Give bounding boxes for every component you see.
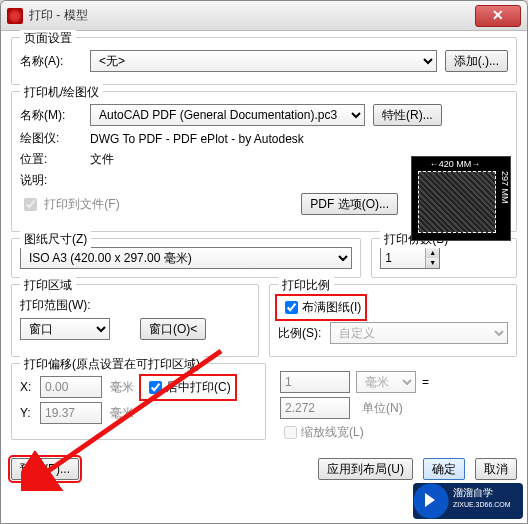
ok-button[interactable]: 确定	[423, 458, 465, 480]
print-to-file-checkbox: 打印到文件(F)	[20, 195, 120, 214]
center-plot-highlight: 居中打印(C)	[142, 377, 234, 398]
fit-to-paper-label: 布满图纸(I)	[302, 299, 361, 316]
preview-button[interactable]: 预览(P)...	[11, 458, 79, 480]
apply-to-layout-button[interactable]: 应用到布局(U)	[318, 458, 413, 480]
scale-unit-label: 单位(N)	[362, 400, 403, 417]
offset-y-input	[40, 402, 102, 424]
watermark: 溜溜自学 ZIXUE.3D66.COM	[413, 483, 523, 519]
paper-preview-height: 297 MM	[500, 171, 510, 204]
scale-lineweights-label: 缩放线宽(L)	[301, 424, 364, 441]
where-label: 位置:	[20, 151, 90, 168]
window-title: 打印 - 模型	[29, 7, 475, 24]
scale-ratio-label: 比例(S):	[278, 325, 330, 342]
pagesetup-add-button[interactable]: 添加(.)...	[445, 50, 508, 72]
printer-name-label: 名称(M):	[20, 107, 90, 124]
print-dialog: 打印 - 模型 ✕ 页面设置 名称(A): <无> 添加(.)... 打印机/绘…	[0, 0, 528, 524]
window-select-button[interactable]: 窗口(O)<	[140, 318, 206, 340]
paper-preview-rect	[418, 171, 496, 233]
printer-properties-button[interactable]: 特性(R)...	[373, 104, 442, 126]
scale-denominator-input	[280, 397, 350, 419]
copies-input[interactable]	[381, 248, 425, 268]
offset-y-label: Y:	[20, 406, 40, 420]
paper-size-select[interactable]: ISO A3 (420.00 x 297.00 毫米)	[20, 247, 352, 269]
paper-preview-width: ←420 MM→	[412, 159, 498, 169]
plot-offset-legend: 打印偏移(原点设置在可打印区域)	[20, 356, 204, 373]
offset-x-unit: 毫米	[110, 379, 134, 396]
plot-offset-group: 打印偏移(原点设置在可打印区域) X: 毫米 居中打印(C) Y: 毫米	[11, 363, 266, 440]
copies-group: 打印份数(B) ▲▼	[371, 238, 517, 278]
watermark-line2: ZIXUE.3D66.COM	[453, 499, 519, 511]
center-plot-checkbox[interactable]	[149, 381, 162, 394]
plotter-label: 绘图仪:	[20, 130, 90, 147]
offset-x-label: X:	[20, 380, 40, 394]
titlebar: 打印 - 模型 ✕	[1, 1, 527, 31]
play-icon	[425, 493, 435, 507]
printer-legend: 打印机/绘图仪	[20, 84, 103, 101]
printer-name-select[interactable]: AutoCAD PDF (General Documentation).pc3	[90, 104, 365, 126]
offset-y-unit: 毫米	[110, 405, 134, 422]
plot-scale-legend: 打印比例	[278, 277, 334, 294]
scale-ratio-select: 自定义	[330, 322, 508, 344]
close-button[interactable]: ✕	[475, 5, 521, 27]
pagesetup-name-select[interactable]: <无>	[90, 50, 437, 72]
plot-range-label: 打印范围(W):	[20, 297, 91, 314]
copies-spinner[interactable]: ▲▼	[380, 247, 440, 269]
cancel-button[interactable]: 取消	[475, 458, 517, 480]
pagesetup-name-label: 名称(A):	[20, 53, 90, 70]
plot-area-legend: 打印区域	[20, 277, 76, 294]
paper-size-group: 图纸尺寸(Z) ISO A3 (420.00 x 297.00 毫米)	[11, 238, 361, 278]
scale-numerator-input	[280, 371, 350, 393]
page-setup-legend: 页面设置	[20, 30, 76, 47]
scale-unit-select: 毫米	[356, 371, 416, 393]
scale-values: 毫米 = 单位(N) 缩放线宽(L)	[276, 363, 517, 446]
paper-size-legend: 图纸尺寸(Z)	[20, 231, 91, 248]
plot-scale-group: 打印比例 布满图纸(I) 比例(S): 自定义	[269, 284, 517, 357]
where-value: 文件	[90, 151, 114, 168]
watermark-line1: 溜溜自学	[453, 487, 519, 499]
scale-equals: =	[422, 375, 429, 389]
center-plot-label: 居中打印(C)	[166, 379, 231, 396]
page-setup-group: 页面设置 名称(A): <无> 添加(.)...	[11, 37, 517, 85]
pdf-options-button[interactable]: PDF 选项(O)...	[301, 193, 398, 215]
fit-to-paper-highlight: 布满图纸(I)	[278, 297, 364, 318]
desc-label: 说明:	[20, 172, 90, 189]
scale-lineweights-checkbox	[284, 426, 297, 439]
plot-area-group: 打印区域 打印范围(W): 窗口 窗口(O)<	[11, 284, 259, 357]
fit-to-paper-checkbox[interactable]	[285, 301, 298, 314]
paper-preview: ←420 MM→ 297 MM	[411, 156, 511, 241]
plot-range-select[interactable]: 窗口	[20, 318, 110, 340]
plotter-value: DWG To PDF - PDF ePlot - by Autodesk	[90, 132, 304, 146]
offset-x-input	[40, 376, 102, 398]
print-to-file-input	[24, 198, 37, 211]
app-icon	[7, 8, 23, 24]
